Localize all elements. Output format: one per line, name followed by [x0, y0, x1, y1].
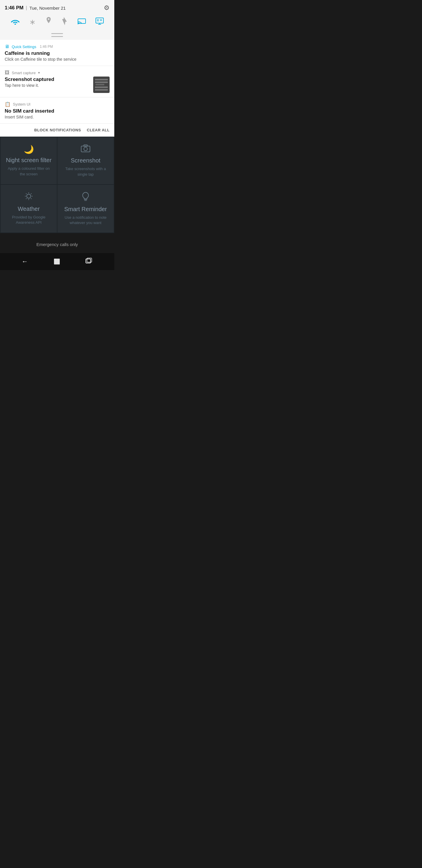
notification-caffeine[interactable]: 🖥 Quick Settings 1:46 PM Caffeine is run… — [0, 40, 114, 66]
navigation-bar: ← ⬜ — [0, 253, 114, 270]
status-left: 1:46 PM | Tue, November 21 — [5, 5, 66, 11]
notif-app-smartcapture: Smart capture — [12, 71, 36, 75]
wifi-icon[interactable] — [11, 18, 20, 27]
screenshot-thumbnail — [93, 76, 109, 93]
camera-icon — [81, 144, 90, 155]
clear-all-button[interactable]: CLEAR ALL — [87, 128, 109, 132]
cast-icon[interactable] — [78, 18, 86, 27]
tile-subtitle-weather: Provided by Google Awareness API — [5, 215, 52, 225]
tile-title-night: Night screen filter — [6, 157, 52, 164]
thumb-line-3 — [96, 84, 104, 85]
svg-point-9 — [84, 147, 87, 151]
notifications-panel: 🖥 Quick Settings 1:46 PM Caffeine is run… — [0, 40, 114, 137]
notif-header-sim: 📋 System UI — [5, 101, 109, 107]
settings-icon[interactable]: ⚙ — [104, 4, 109, 12]
back-button[interactable]: ← — [22, 258, 28, 266]
notif-body-screenshot: Tap here to view it. — [5, 83, 93, 88]
lightbulb-icon — [82, 192, 90, 203]
status-date: Tue, November 21 — [29, 6, 66, 10]
tile-weather[interactable]: Weather Provided by Google Awareness API — [1, 185, 57, 232]
status-bar: 1:46 PM | Tue, November 21 ⚙ — [0, 0, 114, 15]
status-time: 1:46 PM — [5, 5, 24, 11]
tile-screenshot[interactable]: Screenshot Take screenshots with a singl… — [58, 137, 114, 184]
svg-line-19 — [26, 198, 27, 199]
notif-app-quicksettings: Quick Settings — [12, 44, 36, 49]
block-notifications-button[interactable]: BLOCK NOTIFICATIONS — [34, 128, 81, 132]
notif-header-caffeine: 🖥 Quick Settings 1:46 PM — [5, 44, 109, 49]
svg-rect-22 — [86, 259, 91, 263]
status-divider: | — [26, 5, 27, 10]
svg-line-18 — [31, 193, 31, 194]
tile-title-screenshot: Screenshot — [71, 157, 100, 164]
tile-smart-reminder[interactable]: Smart Reminder Use a notification to not… — [58, 185, 114, 232]
tile-night-filter[interactable]: 🌙 Night screen filter Apply a coloured f… — [1, 137, 57, 184]
monitor-icon[interactable] — [96, 18, 104, 27]
notif-header-screenshot: 🖼 Smart capture ▾ — [5, 70, 109, 75]
emergency-bar: Emergency calls only — [0, 233, 114, 253]
notif-body-sim: Insert SIM card. — [5, 115, 109, 119]
screenshot-content: Screenshot captured Tap here to view it. — [5, 76, 109, 93]
notif-title-sim: No SIM card inserted — [5, 108, 109, 114]
svg-rect-10 — [84, 145, 87, 146]
tile-title-weather: Weather — [18, 205, 39, 212]
notification-screenshot[interactable]: 🖼 Smart capture ▾ Screenshot captured Ta… — [0, 66, 114, 97]
svg-rect-5 — [97, 19, 99, 22]
notification-actions: BLOCK NOTIFICATIONS CLEAR ALL — [0, 124, 114, 137]
tile-title-smartreminder: Smart Reminder — [64, 206, 107, 213]
tiles-grid: 🌙 Night screen filter Apply a coloured f… — [0, 137, 114, 233]
bluetooth-icon[interactable]: ∗ — [29, 18, 36, 27]
notif-title-caffeine: Caffeine is running — [5, 51, 109, 56]
svg-line-16 — [26, 193, 27, 194]
thumb-line-2 — [95, 82, 108, 83]
notif-body-caffeine: Click on Caffeine tile to stop the servi… — [5, 57, 109, 62]
svg-point-11 — [27, 194, 31, 198]
thumb-line-4 — [95, 87, 108, 88]
weather-icon — [24, 192, 34, 203]
night-filter-icon: 🌙 — [24, 145, 34, 154]
notif-app-systemui: System UI — [13, 102, 30, 106]
svg-rect-0 — [78, 19, 86, 24]
drag-handle — [0, 31, 114, 40]
tile-subtitle-night: Apply a coloured filter on the screen — [5, 166, 52, 177]
notification-sim[interactable]: 📋 System UI No SIM card inserted Insert … — [0, 97, 114, 124]
emergency-text: Emergency calls only — [36, 242, 78, 247]
tile-subtitle-screenshot: Take screenshots with a single tap — [62, 166, 109, 177]
system-ui-icon: 📋 — [5, 101, 10, 107]
home-button[interactable]: ⬜ — [54, 258, 60, 265]
thumb-line-5 — [95, 89, 108, 91]
svg-rect-2 — [96, 18, 103, 23]
chevron-down-icon: ▾ — [38, 71, 40, 75]
quick-icons-row: ∗ — [0, 15, 114, 31]
screenshot-text-block: Screenshot captured Tap here to view it. — [5, 76, 93, 88]
smart-capture-icon: 🖼 — [5, 70, 9, 75]
notif-title-screenshot: Screenshot captured — [5, 76, 93, 83]
tile-subtitle-smartreminder: Use a notification to note whatever you … — [62, 215, 109, 225]
recents-button[interactable] — [86, 258, 93, 266]
notif-time-caffeine: 1:46 PM — [40, 44, 53, 49]
tiles-section: 🌙 Night screen filter Apply a coloured f… — [0, 137, 114, 233]
location-icon[interactable] — [45, 17, 52, 27]
flashlight-icon[interactable] — [62, 17, 68, 27]
thumb-line-1 — [95, 79, 108, 80]
svg-line-17 — [31, 198, 31, 199]
quick-settings-icon: 🖥 — [5, 44, 9, 49]
